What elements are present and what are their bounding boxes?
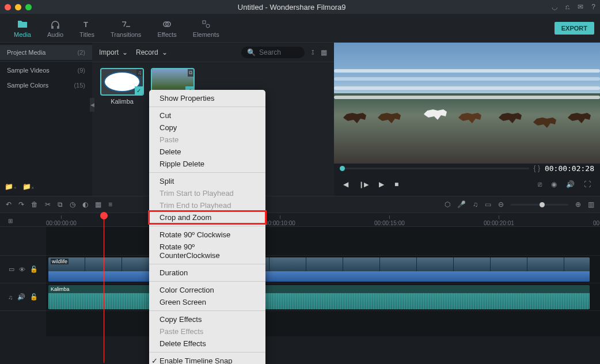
menu-item-crop-and-zoom[interactable]: Crop and Zoom (149, 211, 265, 223)
zoom-out-icon[interactable]: ⊖ (498, 200, 504, 208)
menu-item-cut[interactable]: Cut (149, 109, 265, 122)
cart-icon[interactable]: ⎌ (565, 3, 569, 11)
menu-item-enable-timeline-snap[interactable]: ✓Enable Timeline Snap (149, 355, 265, 364)
fullscreen-icon[interactable]: ⛶ (584, 180, 591, 188)
menu-item-label: Copy Effects (160, 315, 202, 324)
video-track-header[interactable]: ▭ 👁 🔓 (0, 256, 46, 283)
traffic-lights (5, 4, 32, 10)
menu-item-delete[interactable]: Delete (149, 146, 265, 158)
snapshot-icon[interactable]: ◉ (551, 180, 557, 188)
account-icon[interactable]: ◡ (552, 3, 557, 11)
track-lanes[interactable]: wildlife Kalimba (46, 227, 600, 336)
menu-item-label: Rotate 90º Clockwise (160, 230, 230, 239)
audiomix-icon[interactable]: ♫ (473, 200, 478, 208)
export-button[interactable]: EXPORT (555, 22, 594, 35)
settings-icon[interactable]: ≡ (108, 200, 112, 208)
time-brackets[interactable]: { } (534, 164, 540, 172)
redo-icon[interactable]: ↷ (18, 200, 24, 208)
close-window[interactable] (5, 4, 11, 10)
empty-lane[interactable] (46, 227, 600, 256)
mute-icon[interactable]: 🔊 (17, 293, 25, 301)
preview-scrubber[interactable]: { } 00:00:02:28 (334, 164, 600, 173)
grid-view-icon[interactable]: ▦ (321, 48, 327, 56)
maximize-window[interactable] (25, 4, 32, 10)
menu-item-ripple-delete[interactable]: Ripple Delete (149, 158, 265, 170)
preview-viewport[interactable] (334, 43, 600, 164)
tab-label: Audio (47, 31, 63, 38)
render-icon[interactable]: ▭ (485, 200, 491, 208)
ruler-tick: 00:00:20:01 (484, 215, 514, 226)
record-dropdown[interactable]: Record ⌄ (136, 48, 168, 56)
audio-clip-kalimba[interactable]: Kalimba (48, 285, 590, 309)
tab-media[interactable]: Media (6, 18, 39, 38)
lock-icon[interactable]: 🔓 (30, 293, 38, 301)
menu-item-label: Show Properties (160, 94, 214, 103)
minimize-window[interactable] (15, 4, 21, 10)
menu-separator (149, 310, 265, 311)
menu-item-delete-effects[interactable]: Delete Effects (149, 338, 265, 350)
audio-track-header[interactable]: ♫ 🔊 🔓 (0, 283, 46, 311)
zoom-knob[interactable] (540, 202, 545, 207)
notifications-icon[interactable]: ✉ (578, 3, 583, 11)
folder-icon (17, 18, 28, 30)
sidebar-collapse-button[interactable]: ◀ (90, 98, 94, 112)
sidebar-item-sample-colors[interactable]: Sample Colors (15) (0, 78, 92, 93)
menu-item-show-properties[interactable]: Show Properties (149, 92, 265, 104)
sidebar-item-project-media[interactable]: Project Media (2) (0, 45, 92, 60)
menu-item-copy-effects[interactable]: Copy Effects (149, 313, 265, 325)
menu-item-green-screen[interactable]: Green Screen (149, 296, 265, 308)
menu-item-split[interactable]: Split (149, 175, 265, 187)
marker-icon[interactable]: ⬡ (445, 200, 450, 208)
audio-lane[interactable]: Kalimba (46, 283, 600, 311)
stop-button[interactable]: ■ (394, 180, 398, 188)
menu-item-rotate-90-clockwise[interactable]: Rotate 90º Clockwise (149, 229, 265, 241)
volume-icon[interactable]: 🔊 (566, 180, 575, 188)
split-icon[interactable]: ✂ (45, 200, 51, 208)
menu-separator (149, 226, 265, 226)
delete-icon[interactable]: 🗑 (31, 200, 38, 208)
tab-audio[interactable]: Audio (39, 18, 71, 38)
color-icon[interactable]: ◐ (82, 200, 88, 208)
crop-icon[interactable]: ⧉ (58, 200, 63, 208)
sidebar-item-sample-videos[interactable]: Sample Videos (9) (0, 63, 92, 78)
speed-icon[interactable]: ◷ (70, 200, 75, 208)
playhead[interactable] (104, 213, 104, 363)
greenscreen-icon[interactable]: ▦ (95, 200, 101, 208)
play-button[interactable]: ▶ (379, 180, 384, 188)
undo-icon[interactable]: ↶ (6, 200, 12, 208)
help-icon[interactable]: ? (591, 3, 595, 11)
zoom-slider[interactable] (511, 204, 568, 206)
context-menu: Show PropertiesCutCopyPasteDeleteRipple … (149, 90, 265, 364)
tab-effects[interactable]: Effects (149, 18, 184, 38)
tab-elements[interactable]: Elements (185, 18, 227, 38)
menu-item-copy[interactable]: Copy (149, 122, 265, 134)
menu-item-color-correction[interactable]: Color Correction (149, 284, 265, 296)
menu-item-rotate-90-counterclockwise[interactable]: Rotate 90º CounterClockwise (149, 241, 265, 261)
import-dropdown[interactable]: Import ⌄ (99, 48, 128, 56)
timeline-ruler[interactable]: ⊞ 00:00:00:0000:00:05:0000:00:10:0000:00… (0, 213, 600, 227)
manage-tracks-icon[interactable]: ⊞ (8, 218, 13, 224)
remove-folder-icon[interactable]: 📁ₓ (22, 183, 34, 191)
quality-icon[interactable]: ⎚ (538, 180, 542, 188)
panels: Project Media (2) Sample Videos (9) Samp… (0, 43, 600, 196)
filter-icon[interactable]: ⫱ (312, 48, 314, 56)
video-clip-wildlife[interactable]: wildlife (48, 257, 590, 282)
lock-icon[interactable]: 🔓 (30, 266, 38, 273)
prev-frame-button[interactable]: ◀ (343, 180, 348, 188)
zoom-fit-icon[interactable]: ▥ (588, 200, 594, 208)
video-lane[interactable]: wildlife (46, 256, 600, 283)
tab-transitions[interactable]: Transitions (102, 18, 149, 38)
zoom-in-icon[interactable]: ⊕ (575, 200, 581, 208)
tab-titles[interactable]: T Titles (71, 18, 102, 38)
media-item-kalimba[interactable]: ♫ ✓ Kalimba (101, 69, 143, 105)
add-folder-icon[interactable]: 📁₊ (5, 183, 17, 191)
preview-panel: { } 00:00:02:28 ◀ ❙▶ ▶ ■ ⎚ ◉ 🔊 ⛶ (334, 43, 600, 196)
scrub-head[interactable] (340, 166, 345, 171)
scrub-track[interactable] (340, 168, 529, 169)
visibility-icon[interactable]: 👁 (19, 266, 25, 273)
search-input[interactable]: 🔍 Search (241, 47, 305, 58)
play-pause-button[interactable]: ❙▶ (359, 181, 369, 188)
menu-item-duration[interactable]: Duration (149, 267, 265, 279)
mic-icon[interactable]: 🎤 (457, 200, 466, 208)
effects-icon (161, 18, 173, 30)
